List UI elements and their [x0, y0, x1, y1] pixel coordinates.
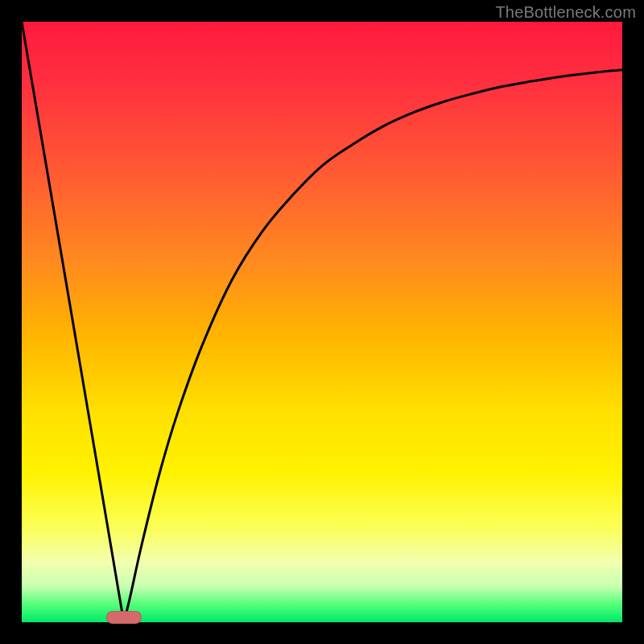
series-right-curve: [124, 70, 622, 622]
chart-frame: TheBottleneck.com: [0, 0, 644, 644]
watermark-text: TheBottleneck.com: [495, 3, 636, 22]
minimum-marker: [106, 611, 142, 624]
plot-area: [22, 22, 622, 622]
chart-curves: [22, 22, 622, 622]
series-left-line: [22, 22, 124, 622]
